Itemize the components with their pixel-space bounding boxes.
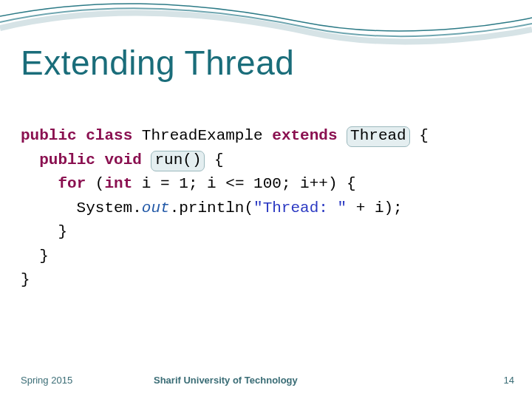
kw-extends: extends (272, 127, 337, 144)
stmt-tail: + i); (347, 200, 403, 216)
field-out: out (142, 200, 170, 216)
classname: ThreadExample (132, 127, 272, 144)
method-call: .println( (170, 200, 253, 216)
kw-class: class (77, 127, 133, 144)
kw-public: public (39, 151, 95, 168)
brace-close: } (21, 223, 67, 240)
kw-for: for (58, 175, 86, 192)
stmt-prefix: System. (21, 200, 142, 216)
slide-footer: Spring 2015 Sharif University of Technol… (21, 375, 514, 386)
kw-void: void (95, 151, 142, 168)
highlight-run: run() (151, 151, 205, 171)
brace-close: } (21, 271, 30, 288)
brace: { (419, 127, 429, 144)
loop-cond: i = 1; i <= 100; i++) { (132, 175, 355, 192)
footer-page-number: 14 (504, 375, 514, 386)
kw-public: public (21, 127, 77, 144)
kw-int: int (104, 175, 132, 192)
footer-university: Sharif University of Technology (154, 375, 298, 386)
slide-title: Extending Thread (21, 43, 294, 83)
brace-close: } (21, 248, 49, 265)
footer-term: Spring 2015 (21, 375, 72, 386)
highlight-thread: Thread (347, 126, 410, 147)
code-block: public class ThreadExample extends Threa… (21, 124, 517, 293)
brace: { (205, 151, 223, 168)
paren: ( (86, 175, 104, 192)
string-literal: "Thread: " (253, 200, 347, 216)
